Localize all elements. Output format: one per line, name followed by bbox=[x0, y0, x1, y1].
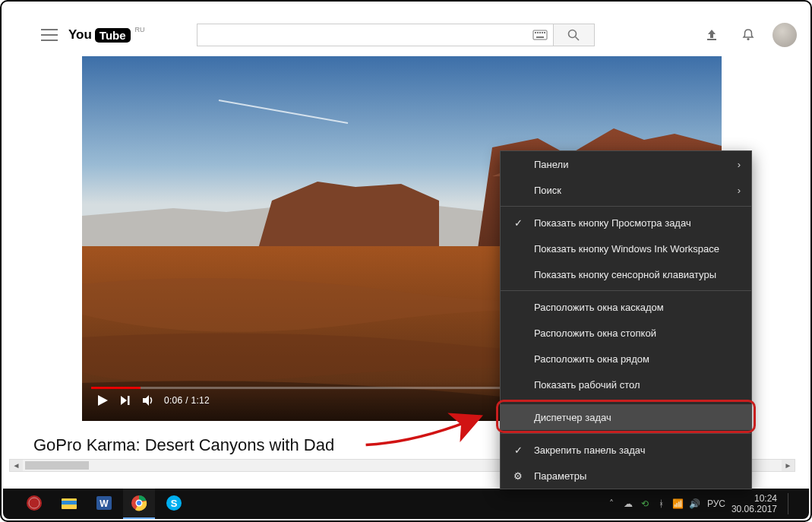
tray-network-icon[interactable]: 📶 bbox=[672, 498, 684, 510]
context-menu-item[interactable]: Расположить окна стопкой bbox=[501, 320, 751, 346]
context-menu-separator bbox=[501, 206, 751, 207]
svg-marker-14 bbox=[98, 395, 108, 406]
context-menu-item[interactable]: Показать кнопку Windows Ink Workspace bbox=[501, 236, 751, 261]
play-button[interactable] bbox=[91, 389, 114, 412]
context-menu-separator bbox=[501, 290, 751, 291]
chevron-right-icon: › bbox=[738, 185, 741, 196]
context-menu-label: Диспетчер задач bbox=[534, 412, 611, 423]
svg-point-26 bbox=[137, 501, 141, 505]
next-button[interactable] bbox=[114, 389, 137, 412]
svg-rect-0 bbox=[533, 30, 547, 40]
taskbar-app-explorer[interactable] bbox=[53, 489, 85, 519]
context-menu-item[interactable]: ✓Показать кнопку Просмотра задач bbox=[501, 210, 751, 236]
context-menu-label: Закрепить панель задач bbox=[534, 444, 646, 456]
tray-chevron-icon[interactable]: ˄ bbox=[605, 498, 618, 510]
context-menu-label: Поиск bbox=[534, 185, 561, 196]
taskbar-app-word[interactable]: W bbox=[88, 489, 120, 519]
svg-point-10 bbox=[747, 38, 749, 40]
logo-region: RU bbox=[135, 26, 145, 33]
hamburger-icon[interactable] bbox=[41, 29, 58, 41]
context-menu-item[interactable]: Диспетчер задач bbox=[501, 404, 751, 430]
gear-icon: ⚙ bbox=[511, 470, 525, 482]
upload-icon[interactable] bbox=[701, 24, 722, 46]
taskbar-time: 10:24 bbox=[731, 493, 777, 504]
tray-sync-icon[interactable]: ⟲ bbox=[639, 498, 651, 510]
search-box bbox=[197, 24, 554, 46]
tray-language[interactable]: РУС bbox=[707, 498, 725, 509]
svg-rect-2 bbox=[537, 32, 539, 33]
svg-marker-15 bbox=[121, 396, 127, 405]
taskbar-app-edge[interactable] bbox=[18, 489, 50, 519]
user-avatar[interactable] bbox=[773, 23, 797, 47]
context-menu-label: Расположить окна рядом bbox=[534, 353, 649, 365]
context-menu-item[interactable]: Поиск› bbox=[501, 177, 751, 203]
svg-rect-1 bbox=[535, 32, 536, 33]
chevron-right-icon: › bbox=[738, 159, 741, 170]
context-menu-item[interactable]: Панели› bbox=[501, 151, 751, 177]
svg-marker-17 bbox=[143, 395, 149, 406]
context-menu-label: Показать кнопку Просмотра задач bbox=[534, 217, 691, 229]
context-menu-item[interactable]: Расположить окна рядом bbox=[501, 346, 751, 372]
svg-rect-6 bbox=[536, 36, 544, 38]
logo-text-tube: Tube bbox=[95, 28, 131, 43]
context-menu-label: Панели bbox=[534, 159, 568, 170]
youtube-header: You Tube RU bbox=[41, 21, 797, 49]
svg-line-8 bbox=[576, 37, 580, 41]
tray-volume-icon[interactable]: 🔊 bbox=[689, 498, 701, 510]
scroll-right-arrow[interactable]: ► bbox=[782, 460, 795, 471]
context-menu-separator bbox=[501, 400, 751, 401]
context-menu-label: Показать рабочий стол bbox=[534, 379, 640, 391]
logo-text-you: You bbox=[68, 27, 92, 43]
tray-onedrive-icon[interactable]: ☁ bbox=[622, 498, 634, 510]
context-menu-item[interactable]: ⚙Параметры bbox=[501, 463, 751, 489]
svg-point-7 bbox=[569, 30, 577, 38]
taskbar: W S ˄ ☁ ⟲ ᚼ 📶 🔊 РУС 10:24 30.06.2017 bbox=[3, 489, 809, 519]
context-menu-item[interactable]: Расположить окна каскадом bbox=[501, 294, 751, 320]
context-menu-label: Показать кнопку сенсорной клавиатуры bbox=[534, 269, 716, 280]
tray-icons[interactable]: ˄ ☁ ⟲ ᚼ 📶 🔊 bbox=[605, 498, 701, 510]
svg-text:S: S bbox=[171, 498, 178, 509]
check-icon: ✓ bbox=[511, 217, 525, 229]
context-menu-label: Показать кнопку Windows Ink Workspace bbox=[534, 243, 719, 255]
volume-button[interactable] bbox=[137, 389, 160, 412]
scroll-thumb[interactable] bbox=[25, 461, 89, 470]
notifications-icon[interactable] bbox=[738, 24, 759, 46]
svg-rect-4 bbox=[542, 32, 543, 33]
context-menu-item[interactable]: Показать рабочий стол bbox=[501, 372, 751, 397]
context-menu-item[interactable]: ✓Закрепить панель задач bbox=[501, 437, 751, 463]
tray-bluetooth-icon[interactable]: ᚼ bbox=[656, 498, 668, 510]
youtube-logo[interactable]: You Tube RU bbox=[68, 27, 145, 43]
svg-rect-5 bbox=[544, 32, 545, 33]
check-icon: ✓ bbox=[511, 444, 525, 456]
time-display: 0:06 / 1:12 bbox=[164, 395, 210, 406]
svg-text:W: W bbox=[100, 498, 109, 509]
context-menu-separator bbox=[501, 433, 751, 434]
keyboard-icon[interactable] bbox=[530, 27, 550, 43]
taskbar-clock[interactable]: 10:24 30.06.2017 bbox=[731, 493, 777, 514]
scroll-left-arrow[interactable]: ◄ bbox=[10, 460, 23, 471]
svg-rect-21 bbox=[62, 501, 77, 505]
context-menu-label: Расположить окна стопкой bbox=[534, 327, 656, 339]
svg-rect-3 bbox=[539, 32, 541, 33]
search-input[interactable] bbox=[197, 29, 530, 41]
taskbar-app-skype[interactable]: S bbox=[158, 489, 190, 519]
taskbar-date: 30.06.2017 bbox=[731, 504, 777, 514]
taskbar-tray: ˄ ☁ ⟲ ᚼ 📶 🔊 РУС 10:24 30.06.2017 bbox=[605, 493, 809, 514]
context-menu-item[interactable]: Показать кнопку сенсорной клавиатуры bbox=[501, 261, 751, 287]
svg-rect-16 bbox=[128, 396, 130, 405]
taskbar-apps: W S bbox=[3, 489, 190, 519]
search-button[interactable] bbox=[554, 24, 595, 46]
context-menu-label: Параметры bbox=[534, 470, 586, 482]
taskbar-context-menu: Панели›Поиск›✓Показать кнопку Просмотра … bbox=[500, 150, 752, 489]
context-menu-label: Расположить окна каскадом bbox=[534, 302, 664, 313]
show-desktop-button[interactable] bbox=[788, 493, 798, 514]
svg-rect-9 bbox=[707, 39, 716, 40]
taskbar-app-chrome[interactable] bbox=[123, 489, 155, 519]
